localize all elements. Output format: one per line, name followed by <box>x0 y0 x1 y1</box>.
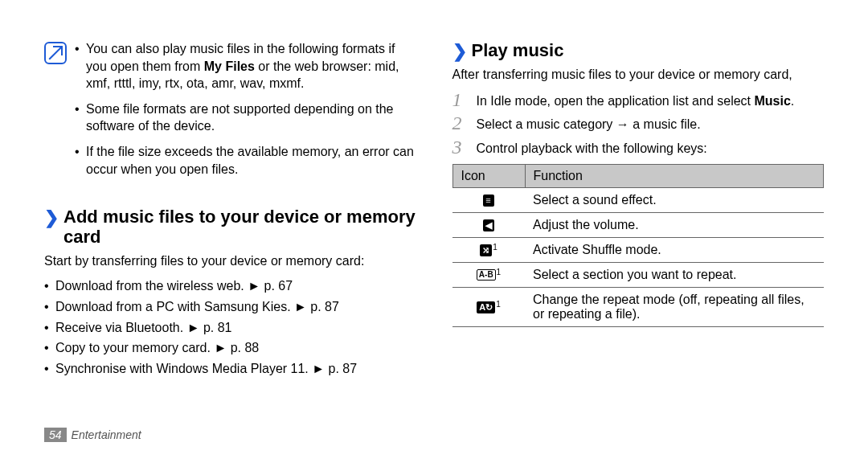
note-icon <box>44 42 67 64</box>
step-text: In Idle mode, open the application list … <box>477 90 795 110</box>
note-list: You can also play music files in the fol… <box>75 40 416 186</box>
table-header-function: Function <box>525 164 824 187</box>
table-cell-function: Change the repeat mode (off, repeating a… <box>525 287 824 326</box>
step-number: 1 <box>452 90 469 110</box>
section-intro: After transferring music files to your d… <box>452 66 825 84</box>
section-title-add: ❯ Add music files to your device or memo… <box>44 207 416 248</box>
page-number: 54 <box>44 428 67 442</box>
volume-icon: ◀ <box>483 219 494 231</box>
list-item: Receive via Bluetooth. ► p. 81 <box>44 317 416 338</box>
left-column: You can also play music files in the fol… <box>44 40 416 379</box>
equalizer-icon: ≡ <box>483 195 493 207</box>
table-cell-function: Adjust the volume. <box>525 212 824 237</box>
note-block: You can also play music files in the fol… <box>44 40 416 186</box>
section-title-text: Play music <box>472 40 564 60</box>
step-item: 3 Control playback with the following ke… <box>452 137 825 158</box>
step-number: 2 <box>452 113 469 133</box>
footer-section: Entertainment <box>72 428 141 441</box>
note-item: If the file size exceeds the available m… <box>75 143 416 178</box>
step-number: 3 <box>452 137 469 158</box>
repeat-mode-icon: A↻ <box>477 301 495 313</box>
note-item: Some file formats are not supported depe… <box>75 100 416 135</box>
table-row: ⤮1 Activate Shuffle mode. <box>452 237 824 262</box>
table-cell-function: Select a section you want to repeat. <box>525 262 824 287</box>
footnote-marker: 1 <box>497 268 502 276</box>
page-footer: 54Entertainment <box>44 428 141 442</box>
section-intro: Start by transferring files to your devi… <box>44 252 416 270</box>
list-item: Copy to your memory card. ► p. 88 <box>44 338 416 358</box>
table-cell-function: Activate Shuffle mode. <box>525 237 824 262</box>
footnote-marker: 1 <box>496 300 501 309</box>
step-item: 2 Select a music category → a music file… <box>452 113 825 133</box>
table-row: ≡ Select a sound effect. <box>452 187 824 212</box>
play-steps: 1 In Idle mode, open the application lis… <box>452 90 825 158</box>
table-row: ◀ Adjust the volume. <box>452 212 824 237</box>
transfer-methods-list: Download from the wireless web. ► p. 67 … <box>44 276 416 379</box>
section-title-play: ❯ Play music <box>452 40 825 61</box>
table-cell-function: Select a sound effect. <box>525 187 824 212</box>
table-header-icon: Icon <box>452 164 525 187</box>
list-item: Synchronise with Windows Media Player 11… <box>44 358 416 379</box>
note-text-pre: If the file size exceeds the available m… <box>86 145 414 176</box>
list-item: Download from a PC with Samsung Kies. ► … <box>44 297 416 317</box>
table-row: A↻1 Change the repeat mode (off, repeati… <box>452 287 824 326</box>
note-text-pre: Some file formats are not supported depe… <box>86 102 393 133</box>
shuffle-icon: ⤮ <box>480 244 492 256</box>
note-item: You can also play music files in the fol… <box>75 40 416 92</box>
step-text: Select a music category → a music file. <box>477 113 701 133</box>
table-row: A-B1 Select a section you want to repeat… <box>452 262 824 287</box>
section-title-text: Add music files to your device or memory… <box>63 207 416 248</box>
chevron-right-icon: ❯ <box>44 207 59 227</box>
step-text: Control playback with the following keys… <box>477 137 707 158</box>
right-column: ❯ Play music After transferring music fi… <box>452 40 825 379</box>
list-item: Download from the wireless web. ► p. 67 <box>44 276 416 297</box>
repeat-section-icon: A-B <box>477 269 496 281</box>
step-item: 1 In Idle mode, open the application lis… <box>452 90 825 110</box>
playback-keys-table: Icon Function ≡ Select a sound effect. ◀… <box>452 164 825 327</box>
note-text-bold: My Files <box>204 59 255 73</box>
chevron-right-icon: ❯ <box>452 41 467 61</box>
footnote-marker: 1 <box>493 243 497 252</box>
